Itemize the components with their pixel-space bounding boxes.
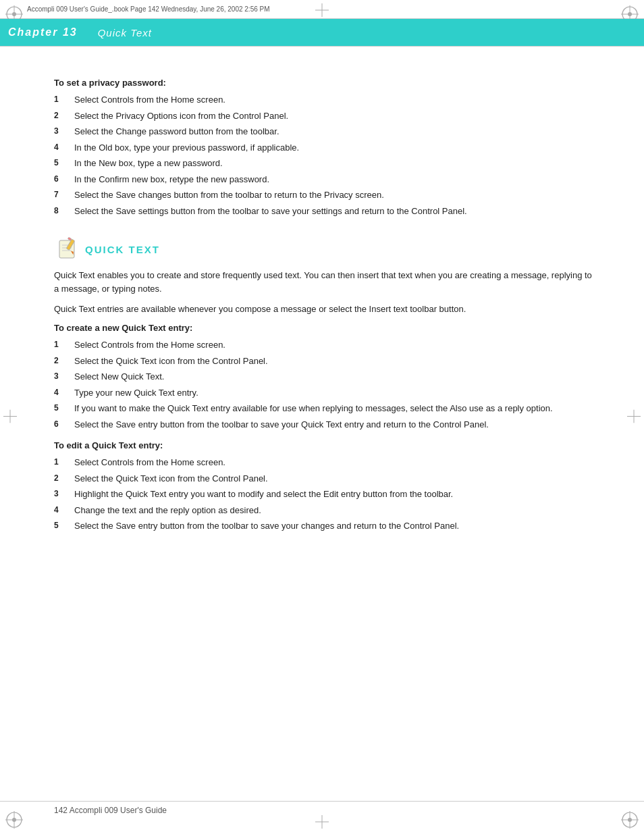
list-item: 3Select New Quick Text. [54,370,597,384]
chapter-label: Chapter 13 [8,26,78,38]
create-steps-list: 1Select Controls from the Home screen.2S… [54,338,597,431]
step-number: 3 [54,125,74,138]
list-item: 2Select the Quick Text icon from the Con… [54,472,597,486]
step-number: 5 [54,402,74,415]
step-number: 3 [54,370,74,384]
list-item: 1Select Controls from the Home screen. [54,93,597,107]
step-text: Select the Privacy Options icon from the… [74,109,597,123]
list-item: 3Highlight the Quick Text entry you want… [54,488,597,501]
quicktext-title: QUICK TEXT [85,244,160,255]
step-text: If you want to make the Quick Text entry… [74,402,597,415]
step-number: 4 [54,504,74,517]
list-item: 8Select the Save settings button from th… [54,205,597,218]
list-item: 1Select Controls from the Home screen. [54,456,597,469]
quicktext-icon [54,236,80,262]
crosshair-right [627,409,641,425]
step-number: 4 [54,141,74,155]
svg-point-7 [628,12,632,16]
quicktext-header: QUICK TEXT [54,236,597,262]
create-heading: To create a new Quick Text entry: [54,323,597,333]
step-text: Select New Quick Text. [74,370,597,384]
crosshair-top [315,3,329,19]
list-item: 2Select the Privacy Options icon from th… [54,109,597,123]
list-item: 5Select the Save entry button from the t… [54,519,597,533]
step-number: 7 [54,188,74,202]
footer-text: 142 Accompli 009 User's Guide [54,806,167,815]
quicktext-intro1: Quick Text enables you to create and sto… [54,269,597,296]
step-text: Select Controls from the Home screen. [74,338,597,352]
step-text: Highlight the Quick Text entry you want … [74,488,597,501]
crosshair-left [3,409,17,425]
step-text: Select the Quick Text icon from the Cont… [74,355,597,368]
step-text: Select the Change password button from t… [74,125,597,138]
list-item: 4Type your new Quick Text entry. [54,386,597,400]
step-number: 8 [54,205,74,218]
step-text: Change the text and the reply option as … [74,504,597,517]
list-item: 1Select Controls from the Home screen. [54,338,597,352]
step-text: Select the Save settings button from the… [74,205,597,218]
step-number: 3 [54,488,74,501]
main-content: To set a privacy password: 1Select Contr… [54,78,597,536]
step-text: Select the Save entry button from the to… [74,418,597,432]
list-item: 6In the Confirm new box, retype the new … [54,173,597,186]
top-bar-text: Accompli 009 User's Guide_.book Page 142… [27,5,270,13]
step-text: In the Old box, type your previous passw… [74,141,597,155]
svg-rect-30 [68,237,72,240]
quicktext-section: QUICK TEXT Quick Text enables you to cre… [54,236,597,533]
chapter-title: Quick Text [98,27,152,38]
chapter-header: Chapter 13 Quick Text [0,19,644,46]
list-item: 6Select the Save entry button from the t… [54,418,597,432]
svg-point-11 [12,818,16,822]
step-text: In the New box, type a new password. [74,157,597,170]
step-number: 6 [54,173,74,186]
step-number: 2 [54,472,74,486]
edit-steps-list: 1Select Controls from the Home screen.2S… [54,456,597,533]
footer: 142 Accompli 009 User's Guide [54,806,597,815]
corner-mark-bl [3,809,25,831]
step-number: 1 [54,456,74,469]
corner-mark-br [619,809,641,831]
top-divider [0,46,644,47]
step-number: 1 [54,93,74,107]
svg-point-15 [628,818,632,822]
privacy-steps-list: 1Select Controls from the Home screen.2S… [54,93,597,217]
crosshair-bottom [315,815,329,831]
step-text: Select the Save entry button from the to… [74,519,597,533]
step-text: Select the Quick Text icon from the Cont… [74,472,597,486]
list-item: 2Select the Quick Text icon from the Con… [54,355,597,368]
svg-point-3 [12,12,16,16]
quicktext-intro2: Quick Text entries are available wheneve… [54,303,597,316]
step-text: Select Controls from the Home screen. [74,456,597,469]
list-item: 5In the New box, type a new password. [54,157,597,170]
edit-heading: To edit a Quick Text entry: [54,440,597,450]
step-text: Select the Save changes button from the … [74,188,597,202]
step-text: In the Confirm new box, retype the new p… [74,173,597,186]
list-item: 4Change the text and the reply option as… [54,504,597,517]
list-item: 7Select the Save changes button from the… [54,188,597,202]
bottom-divider [0,801,644,802]
list-item: 4In the Old box, type your previous pass… [54,141,597,155]
privacy-heading: To set a privacy password: [54,78,597,88]
step-number: 6 [54,418,74,432]
step-number: 2 [54,109,74,123]
step-number: 2 [54,355,74,368]
step-number: 1 [54,338,74,352]
step-number: 5 [54,519,74,533]
step-number: 4 [54,386,74,400]
list-item: 5If you want to make the Quick Text entr… [54,402,597,415]
step-text: Type your new Quick Text entry. [74,386,597,400]
list-item: 3Select the Change password button from … [54,125,597,138]
step-text: Select Controls from the Home screen. [74,93,597,107]
step-number: 5 [54,157,74,170]
privacy-section: To set a privacy password: 1Select Contr… [54,78,597,217]
